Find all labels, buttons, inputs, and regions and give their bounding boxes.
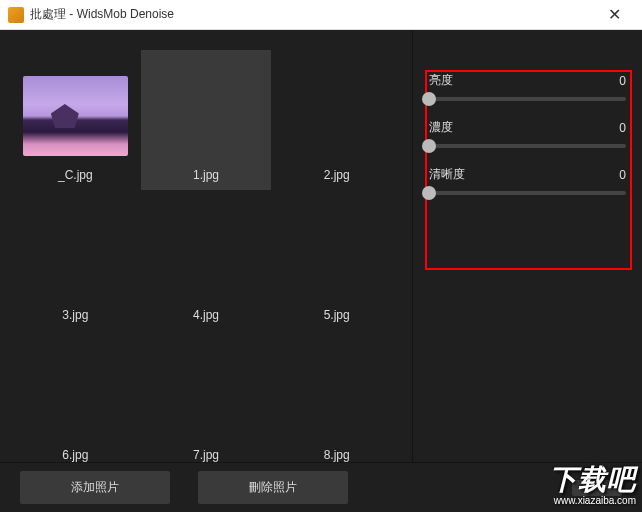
bottom-toolbar: 添加照片 刪除照片 — [0, 462, 642, 512]
thumbnail-item[interactable]: 5.jpg — [271, 190, 402, 330]
slider-thumb[interactable] — [422, 92, 436, 106]
thumbnail-image — [23, 76, 128, 156]
slider-chroma: 濃度 0 — [423, 119, 632, 148]
slider-sharpness: 清晰度 0 — [423, 166, 632, 195]
slider-value: 0 — [619, 168, 626, 182]
thumbnail-label: 1.jpg — [193, 168, 219, 182]
window: 批處理 - WidsMob Denoise ✕ _C.jpg 1.jpg 2.j… — [0, 0, 642, 512]
slider-thumb[interactable] — [422, 139, 436, 153]
slider-label: 清晰度 — [429, 166, 465, 183]
thumbnail-image — [153, 216, 258, 296]
slider-label: 濃度 — [429, 119, 453, 136]
content-area: _C.jpg 1.jpg 2.jpg 3.jpg 4.jpg — [0, 30, 642, 512]
slider-track[interactable] — [429, 191, 626, 195]
thumbnail-item[interactable]: _C.jpg — [10, 50, 141, 190]
thumbnail-image — [284, 356, 389, 436]
thumbnail-image — [23, 356, 128, 436]
thumbnail-label: 8.jpg — [324, 448, 350, 462]
thumbnail-label: 2.jpg — [324, 168, 350, 182]
thumbnail-image — [284, 76, 389, 156]
thumbnail-item[interactable]: 4.jpg — [141, 190, 272, 330]
slider-value: 0 — [619, 121, 626, 135]
slider-brightness: 亮度 0 — [423, 72, 632, 101]
thumbnail-label: 6.jpg — [62, 448, 88, 462]
thumbnail-image — [23, 216, 128, 296]
thumbnail-item[interactable]: 8.jpg — [271, 330, 402, 470]
slider-track[interactable] — [429, 97, 626, 101]
close-button[interactable]: ✕ — [594, 1, 634, 29]
remove-photo-button[interactable]: 刪除照片 — [198, 471, 348, 504]
thumbnail-label: 3.jpg — [62, 308, 88, 322]
thumbnail-panel: _C.jpg 1.jpg 2.jpg 3.jpg 4.jpg — [0, 30, 412, 512]
thumbnail-label: _C.jpg — [58, 168, 93, 182]
thumbnail-image — [153, 356, 258, 436]
app-icon — [8, 7, 24, 23]
adjustments-panel: 亮度 0 濃度 0 清晰度 0 — [412, 30, 642, 512]
titlebar: 批處理 - WidsMob Denoise ✕ — [0, 0, 642, 30]
thumbnail-grid: _C.jpg 1.jpg 2.jpg 3.jpg 4.jpg — [10, 50, 402, 470]
thumbnail-image — [284, 216, 389, 296]
action-button[interactable] — [572, 480, 622, 496]
thumbnail-label: 4.jpg — [193, 308, 219, 322]
thumbnail-image — [153, 76, 258, 156]
thumbnail-item[interactable]: 6.jpg — [10, 330, 141, 470]
thumbnail-label: 5.jpg — [324, 308, 350, 322]
slider-thumb[interactable] — [422, 186, 436, 200]
window-title: 批處理 - WidsMob Denoise — [30, 6, 594, 23]
slider-value: 0 — [619, 74, 626, 88]
slider-label: 亮度 — [429, 72, 453, 89]
slider-track[interactable] — [429, 144, 626, 148]
thumbnail-item[interactable]: 1.jpg — [141, 50, 272, 190]
thumbnail-item[interactable]: 2.jpg — [271, 50, 402, 190]
thumbnail-item[interactable]: 7.jpg — [141, 330, 272, 470]
thumbnail-item[interactable]: 3.jpg — [10, 190, 141, 330]
add-photo-button[interactable]: 添加照片 — [20, 471, 170, 504]
thumbnail-label: 7.jpg — [193, 448, 219, 462]
